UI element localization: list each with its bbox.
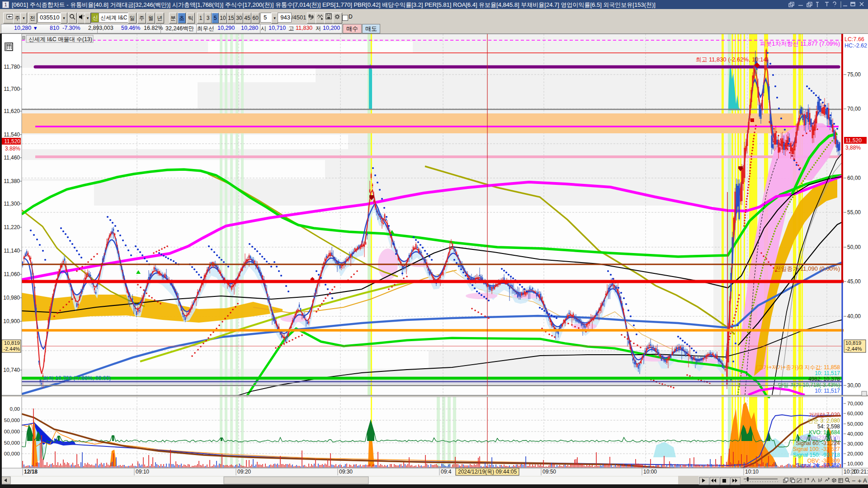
svg-text:전일종가 11,090 (0.00%): 전일종가 11,090 (0.00%) xyxy=(775,265,840,272)
svg-text:최고 11,830 (-2.62%, 10:14): 최고 11,830 (-2.62%, 10:14) xyxy=(695,56,769,63)
svg-text:10: 11,517: 10: 11,517 xyxy=(815,370,840,376)
svg-text:Signal 60: -31,224: Signal 60: -31,224 xyxy=(796,440,840,446)
svg-text:11,460: 11,460 xyxy=(4,155,20,161)
svg-text:75,00: 75,00 xyxy=(847,71,861,78)
svg-text:3.88%: 3.88% xyxy=(5,145,20,152)
svg-text:09:50: 09:50 xyxy=(542,469,556,475)
svg-text:−: − xyxy=(852,477,856,484)
svg-text:4982: 10,378: 4982: 10,378 xyxy=(808,376,840,382)
svg-text:00,000: 00,000 xyxy=(4,429,20,434)
svg-text:10:10: 10:10 xyxy=(745,469,759,475)
svg-text:60,00: 60,00 xyxy=(847,175,861,181)
svg-text:11,220: 11,220 xyxy=(4,224,20,230)
svg-text:60,000: 60,000 xyxy=(847,411,863,416)
svg-text:10,000: 10,000 xyxy=(847,461,863,466)
svg-text:30,000: 30,000 xyxy=(847,441,863,446)
svg-text:(고가+저가+종가)/3 지수값: 11,858: (고가+저가+종가)/3 지수값: 11,858 xyxy=(756,364,840,371)
svg-text:10,980: 10,980 xyxy=(3,295,20,301)
svg-text:45,00: 45,00 xyxy=(847,278,861,285)
svg-text:HC:-2.62: HC:-2.62 xyxy=(844,42,867,49)
svg-text:00,000: 00,000 xyxy=(4,451,20,456)
svg-text:30,00: 30,00 xyxy=(847,382,861,389)
svg-text:50,00: 50,00 xyxy=(847,244,861,250)
svg-text:10:21:0: 10:21:0 xyxy=(853,469,868,475)
svg-text:Signal 100: -32,627: Signal 100: -32,627 xyxy=(793,446,840,452)
svg-text:70,000: 70,000 xyxy=(847,401,863,406)
svg-text:11,540: 11,540 xyxy=(4,131,20,138)
svg-text:+: + xyxy=(858,477,862,484)
svg-text:50,000: 50,000 xyxy=(4,418,20,423)
svg-text:50,000: 50,000 xyxy=(4,440,20,446)
svg-text:11,140: 11,140 xyxy=(4,248,20,254)
svg-text:40,00: 40,00 xyxy=(847,313,861,319)
svg-text:A: A xyxy=(863,477,867,484)
svg-text:10,740: 10,740 xyxy=(3,367,20,373)
svg-text:10,819: 10,819 xyxy=(845,340,861,346)
svg-text:11,620: 11,620 xyxy=(4,108,20,114)
svg-text:11,520: 11,520 xyxy=(845,137,862,144)
svg-text:-2,44%: -2,44% xyxy=(845,346,862,352)
svg-text:50,000: 50,000 xyxy=(847,421,863,427)
svg-text:LC:7.66: LC:7.66 xyxy=(844,36,864,42)
svg-text:피봇1차저항선 11,877 (7.09%): 피봇1차저항선 11,877 (7.09%) xyxy=(760,40,840,47)
svg-text:11,520: 11,520 xyxy=(4,138,20,145)
svg-text:40,000: 40,000 xyxy=(847,431,863,436)
svg-text:10,819: 10,819 xyxy=(4,340,20,346)
svg-text:11,700: 11,700 xyxy=(4,86,20,92)
svg-text:-2.44%: -2.44% xyxy=(4,346,20,352)
svg-text:Signal 150: -93,718: Signal 150: -93,718 xyxy=(793,452,840,458)
svg-text:09:4: 09:4 xyxy=(441,469,452,475)
svg-text:11,060: 11,060 xyxy=(4,271,20,277)
svg-text:54: 2,598: 54: 2,598 xyxy=(817,423,840,430)
svg-text:거래량 7,020: 거래량 7,020 xyxy=(809,412,840,418)
svg-text:11,380: 11,380 xyxy=(4,178,20,184)
svg-text:70,00: 70,00 xyxy=(847,106,861,112)
svg-text:10: 11,517: 10: 11,517 xyxy=(815,388,840,394)
svg-text:10,900: 10,900 xyxy=(3,318,20,324)
svg-text:10:00: 10:00 xyxy=(643,469,657,475)
svg-text:0,00: 0,00 xyxy=(10,406,20,412)
svg-text:2024/12/19(목) 09:44:05: 2024/12/19(목) 09:44:05 xyxy=(458,469,517,475)
svg-text:단순 3: 2,080: 단순 3: 2,080 xyxy=(808,418,840,424)
svg-text:09:20: 09:20 xyxy=(237,469,251,475)
svg-text:11,780: 11,780 xyxy=(4,64,20,70)
svg-text:3,88%: 3,88% xyxy=(845,145,861,151)
svg-text:최저 10,700 (-7.66%, 09:00): 최저 10,700 (-7.66%, 09:00) xyxy=(43,375,111,381)
svg-text:09:10: 09:10 xyxy=(136,469,149,475)
svg-text:09:30: 09:30 xyxy=(339,469,353,475)
svg-text:당일 저가 10,718(-3.43%): 당일 저가 10,718(-3.43%) xyxy=(778,382,840,388)
svg-text:신세계 I&C 매물대 수(13): 신세계 I&C 매물대 수(13) xyxy=(28,36,92,42)
svg-text:55,00: 55,00 xyxy=(847,209,861,216)
svg-text:12/18: 12/18 xyxy=(24,469,38,475)
svg-text:20,000: 20,000 xyxy=(847,451,863,456)
svg-text:11,300: 11,300 xyxy=(4,201,20,207)
